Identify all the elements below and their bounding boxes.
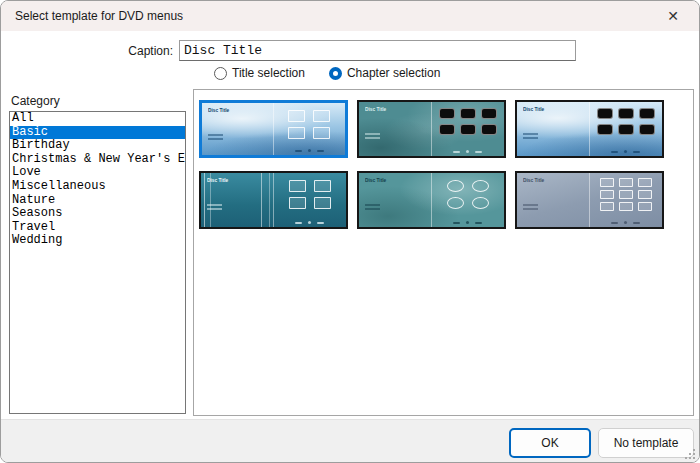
template-thumb-2[interactable]: Disc Title [357, 100, 506, 158]
chapter-frame-grid [600, 178, 652, 211]
chapter-frame [472, 197, 489, 209]
selection-mode-radios: Title selectionChapter selection [214, 66, 440, 80]
radio-label: Title selection [232, 66, 305, 80]
chapter-frame [619, 202, 633, 211]
thumb-title-pane: Disc Title [202, 103, 274, 155]
category-item-birthday[interactable]: Birthday [10, 139, 185, 153]
template-thumb-6[interactable]: Disc Title [515, 171, 664, 229]
radio-title-selection[interactable]: Title selection [214, 66, 305, 80]
category-listbox[interactable]: AllBasicBirthdayChristmas & New Year's E… [9, 111, 186, 414]
close-button[interactable]: ✕ [653, 1, 693, 31]
chapter-frame [618, 108, 634, 119]
thumb-nav-buttons [432, 150, 505, 153]
caption-input[interactable] [179, 40, 576, 61]
chapter-frame [313, 127, 330, 139]
chapter-frame [638, 202, 652, 211]
thumb-menu-lines [365, 133, 380, 141]
thumb-menu-lines [365, 204, 380, 212]
title-bar: Select template for DVD menus [1, 1, 699, 31]
radio-chapter-selection[interactable]: Chapter selection [329, 66, 440, 80]
caption-label: Caption: [1, 44, 173, 58]
thumb-chapter-pane [590, 102, 663, 156]
thumb-title-pane: Disc Title [359, 102, 432, 156]
category-item-basic[interactable]: Basic [10, 126, 185, 140]
thumb-chapter-pane [274, 103, 346, 155]
chapter-frame [288, 127, 305, 139]
category-item-all[interactable]: All [10, 112, 185, 126]
chapter-frame [638, 178, 652, 187]
thumb-disc-title: Disc Title [207, 178, 228, 183]
thumb-nav-buttons [274, 149, 346, 152]
chapter-frame-grid [439, 108, 497, 135]
thumb-disc-title: Disc Title [365, 178, 386, 183]
radio-selected-icon[interactable] [329, 67, 342, 80]
chapter-frame [439, 108, 455, 119]
chapter-frame [600, 178, 614, 187]
dvd-template-dialog: Select template for DVD menus ✕ Caption:… [0, 0, 700, 463]
chapter-frame [289, 180, 306, 192]
chapter-frame [481, 124, 497, 135]
chapter-frame [481, 108, 497, 119]
thumb-disc-title: Disc Title [208, 108, 229, 113]
thumb-menu-lines [208, 134, 223, 142]
template-thumb-1[interactable]: Disc Title [199, 100, 348, 158]
thumb-title-pane: Disc Title [359, 173, 432, 227]
category-item-travel[interactable]: Travel [10, 221, 185, 235]
thumb-disc-title: Disc Title [523, 178, 544, 183]
chapter-frame [619, 190, 633, 199]
chapter-frame [447, 180, 464, 192]
template-thumb-3[interactable]: Disc Title [515, 100, 664, 158]
chapter-frame [313, 110, 330, 122]
thumb-title-pane: Disc Title [517, 102, 590, 156]
chapter-frame-grid [597, 108, 655, 135]
chapter-frame [460, 108, 476, 119]
thumb-menu-lines [207, 204, 222, 212]
thumb-chapter-pane [432, 102, 505, 156]
category-label: Category [11, 94, 60, 108]
chapter-frame [618, 124, 634, 135]
resize-grip-icon[interactable] [685, 448, 696, 459]
chapter-frame [439, 124, 455, 135]
thumb-title-pane: Disc Title [201, 173, 274, 227]
chapter-frame [472, 180, 489, 192]
category-item-christmas-new-year-s-eve[interactable]: Christmas & New Year's Eve [10, 153, 185, 167]
close-icon: ✕ [667, 8, 679, 24]
chapter-frame [460, 124, 476, 135]
chapter-frame [639, 108, 655, 119]
category-item-wedding[interactable]: Wedding [10, 234, 185, 248]
thumb-disc-title: Disc Title [523, 107, 544, 112]
thumb-disc-title: Disc Title [365, 107, 386, 112]
category-item-love[interactable]: Love [10, 166, 185, 180]
template-panel: Disc TitleDisc TitleDisc TitleDisc Title… [193, 89, 694, 416]
thumb-nav-buttons [432, 221, 505, 224]
template-thumb-4[interactable]: Disc Title [199, 171, 348, 229]
template-thumb-5[interactable]: Disc Title [357, 171, 506, 229]
chapter-frame [314, 180, 331, 192]
thumb-chapter-pane [590, 173, 663, 227]
chapter-frame [639, 124, 655, 135]
thumb-title-pane: Disc Title [517, 173, 590, 227]
ok-button[interactable]: OK [509, 428, 591, 458]
thumb-chapter-pane [274, 173, 347, 227]
thumb-chapter-pane [432, 173, 505, 227]
footer-bar [1, 419, 699, 463]
radio-unselected-icon[interactable] [214, 67, 227, 80]
no-template-button[interactable]: No template [598, 428, 694, 458]
chapter-frame [619, 178, 633, 187]
thumb-nav-buttons [274, 221, 347, 224]
chapter-frame-grid [447, 180, 489, 209]
category-item-nature[interactable]: Nature [10, 194, 185, 208]
thumb-nav-buttons [590, 221, 663, 224]
radio-label: Chapter selection [347, 66, 440, 80]
chapter-frame [600, 190, 614, 199]
category-item-seasons[interactable]: Seasons [10, 207, 185, 221]
chapter-frame-grid [289, 180, 331, 209]
chapter-frame [638, 190, 652, 199]
dialog-title: Select template for DVD menus [1, 9, 183, 23]
chapter-frame [314, 197, 331, 209]
chapter-frame [288, 110, 305, 122]
chapter-frame [447, 197, 464, 209]
chapter-frame [597, 108, 613, 119]
category-item-miscellaneous[interactable]: Miscellaneous [10, 180, 185, 194]
thumb-menu-lines [523, 204, 538, 212]
